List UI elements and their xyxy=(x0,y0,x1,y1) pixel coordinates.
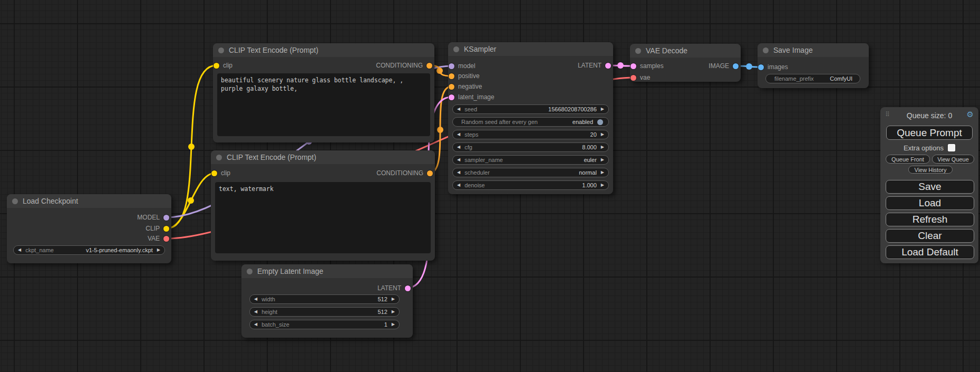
slot-dot-latent[interactable] xyxy=(605,63,611,69)
increment-arrow-icon[interactable]: ▶ xyxy=(392,297,395,301)
slot-dot-latent[interactable] xyxy=(405,285,411,291)
prompt-textarea[interactable]: text, watermark xyxy=(215,182,431,253)
node-titlebar[interactable]: CLIP Text Encode (Prompt) xyxy=(211,150,435,164)
view-queue-button[interactable]: View Queue xyxy=(932,155,974,164)
output-slot-clip[interactable]: CLIP xyxy=(7,224,171,233)
output-slot-latent[interactable]: LATENT xyxy=(448,61,613,70)
main-menu-panel[interactable]: ⠿ Queue size: 0 ⚙ Queue Prompt Extra opt… xyxy=(880,107,978,263)
prompt-textarea[interactable]: beautiful scenery nature glass bottle la… xyxy=(217,73,430,136)
input-slot-positive[interactable]: positive xyxy=(448,72,613,80)
increment-arrow-icon[interactable]: ▶ xyxy=(392,310,395,314)
load-button[interactable]: Load xyxy=(886,196,974,210)
slot-dot-conditioning[interactable] xyxy=(427,170,433,176)
clear-button[interactable]: Clear xyxy=(886,229,974,243)
widget-ckpt-name[interactable]: ◀ ckpt_name v1-5-pruned-emaonly.ckpt ▶ xyxy=(13,245,165,255)
decrement-arrow-icon[interactable]: ◀ xyxy=(457,132,460,137)
input-slot-negative[interactable]: negative xyxy=(448,82,613,91)
decrement-arrow-icon[interactable]: ◀ xyxy=(457,145,460,149)
decrement-arrow-icon[interactable]: ◀ xyxy=(457,170,460,175)
slot-dot-conditioning[interactable] xyxy=(449,73,454,79)
node-titlebar[interactable]: Load Checkpoint xyxy=(7,194,171,208)
decrement-arrow-icon[interactable]: ◀ xyxy=(254,297,257,301)
increment-arrow-icon[interactable]: ▶ xyxy=(601,107,604,111)
queue-prompt-button[interactable]: Queue Prompt xyxy=(886,126,973,140)
wire-midpoint-dot[interactable] xyxy=(746,63,752,70)
node-titlebar[interactable]: KSampler xyxy=(448,42,613,56)
increment-arrow-icon[interactable]: ▶ xyxy=(601,183,604,187)
collapse-dot-icon[interactable] xyxy=(12,198,18,204)
widget-cfg[interactable]: ◀ cfg 8.000 ▶ xyxy=(452,142,609,152)
decrement-arrow-icon[interactable]: ◀ xyxy=(254,322,257,327)
settings-gear-icon[interactable]: ⚙ xyxy=(967,110,974,119)
decrement-arrow-icon[interactable]: ◀ xyxy=(457,158,460,162)
slot-dot-conditioning[interactable] xyxy=(449,84,454,90)
slot-dot-image[interactable] xyxy=(758,64,764,70)
node-clip-text-encode-positive[interactable]: CLIP Text Encode (Prompt) clip CONDITION… xyxy=(213,43,434,142)
input-slot-latent-image[interactable]: latent_image xyxy=(448,93,613,101)
collapse-dot-icon[interactable] xyxy=(247,269,253,274)
increment-arrow-icon[interactable]: ▶ xyxy=(601,145,604,149)
slot-dot-latent[interactable] xyxy=(449,94,454,100)
increment-arrow-icon[interactable]: ▶ xyxy=(392,322,395,327)
widget-steps[interactable]: ◀ steps 20 ▶ xyxy=(452,130,609,139)
decrement-arrow-icon[interactable]: ◀ xyxy=(18,248,21,252)
increment-arrow-icon[interactable]: ▶ xyxy=(601,158,604,162)
node-ksampler[interactable]: KSampler model positive negative latent_… xyxy=(448,42,613,194)
save-button[interactable]: Save xyxy=(886,180,974,194)
increment-arrow-icon[interactable]: ▶ xyxy=(601,132,604,137)
wire-midpoint-dot[interactable] xyxy=(437,127,443,133)
widget-seed[interactable]: ◀ seed 156680208700286 ▶ xyxy=(452,104,609,114)
slot-dot-conditioning[interactable] xyxy=(426,63,432,69)
node-save-image[interactable]: Save Image images filename_prefix ComfyU… xyxy=(758,43,869,88)
collapse-dot-icon[interactable] xyxy=(218,47,224,53)
widget-random-seed-toggle[interactable]: Random seed after every gen enabled xyxy=(452,117,609,127)
decrement-arrow-icon[interactable]: ◀ xyxy=(457,107,460,111)
widget-filename-prefix[interactable]: filename_prefix ComfyUI xyxy=(765,74,860,83)
widget-denoise[interactable]: ◀ denoise 1.000 ▶ xyxy=(452,180,609,190)
collapse-dot-icon[interactable] xyxy=(216,155,222,160)
wire-midpoint-dot[interactable] xyxy=(188,197,194,204)
view-history-button[interactable]: View History xyxy=(908,166,953,174)
load-default-button[interactable]: Load Default xyxy=(886,245,974,259)
output-slot-latent[interactable]: LATENT xyxy=(241,284,413,292)
widget-width[interactable]: ◀ width 512 ▶ xyxy=(249,294,400,304)
output-slot-model[interactable]: MODEL xyxy=(7,213,171,222)
output-slot-conditioning[interactable]: CONDITIONING xyxy=(211,169,435,177)
node-titlebar[interactable]: CLIP Text Encode (Prompt) xyxy=(213,43,434,57)
increment-arrow-icon[interactable]: ▶ xyxy=(157,248,160,252)
queue-front-button[interactable]: Queue Front xyxy=(886,155,930,164)
output-slot-vae[interactable]: VAE xyxy=(7,234,171,243)
slot-dot-vae[interactable] xyxy=(163,236,169,242)
increment-arrow-icon[interactable]: ▶ xyxy=(601,170,604,175)
node-titlebar[interactable]: Save Image xyxy=(758,43,869,57)
collapse-dot-icon[interactable] xyxy=(635,48,641,54)
widget-scheduler[interactable]: ◀ scheduler normal ▶ xyxy=(452,168,609,177)
refresh-button[interactable]: Refresh xyxy=(886,213,974,226)
output-slot-image[interactable]: IMAGE xyxy=(630,62,741,70)
collapse-dot-icon[interactable] xyxy=(453,46,459,52)
node-vae-decode[interactable]: VAE Decode samples vae IMAGE xyxy=(630,44,741,82)
slot-dot-image[interactable] xyxy=(733,63,739,69)
node-titlebar[interactable]: Empty Latent Image xyxy=(241,264,413,278)
wire-midpoint-dot[interactable] xyxy=(436,68,443,74)
slot-dot-model[interactable] xyxy=(163,215,169,221)
toggle-enabled-dot[interactable] xyxy=(597,119,603,125)
input-slot-images[interactable]: images xyxy=(758,63,869,71)
widget-batch-size[interactable]: ◀ batch_size 1 ▶ xyxy=(249,320,400,329)
slot-dot-vae[interactable] xyxy=(630,75,636,81)
widget-height[interactable]: ◀ height 512 ▶ xyxy=(249,307,400,317)
decrement-arrow-icon[interactable]: ◀ xyxy=(457,183,460,187)
node-clip-text-encode-negative[interactable]: CLIP Text Encode (Prompt) clip CONDITION… xyxy=(211,150,435,261)
wire-midpoint-dot[interactable] xyxy=(188,144,195,150)
node-graph-canvas[interactable]: Load Checkpoint MODEL CLIP VAE ◀ ckpt_na… xyxy=(0,0,980,372)
output-slot-conditioning[interactable]: CONDITIONING xyxy=(213,61,434,70)
node-load-checkpoint[interactable]: Load Checkpoint MODEL CLIP VAE ◀ ckpt_na… xyxy=(7,194,171,263)
decrement-arrow-icon[interactable]: ◀ xyxy=(254,310,257,314)
extra-options-checkbox[interactable] xyxy=(948,144,955,151)
widget-sampler-name[interactable]: ◀ sampler_name euler ▶ xyxy=(452,155,609,165)
input-slot-vae[interactable]: vae xyxy=(630,73,741,82)
node-empty-latent-image[interactable]: Empty Latent Image LATENT ◀ width 512 ▶ … xyxy=(241,264,413,338)
slot-dot-clip[interactable] xyxy=(163,226,169,232)
collapse-dot-icon[interactable] xyxy=(763,47,769,53)
node-titlebar[interactable]: VAE Decode xyxy=(630,44,741,58)
